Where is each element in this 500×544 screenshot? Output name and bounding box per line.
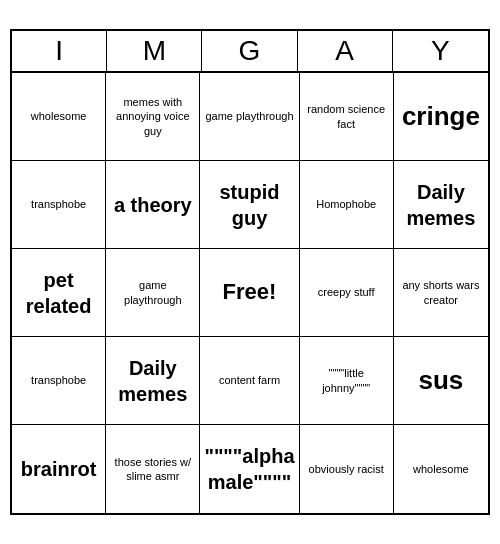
bingo-cell-20: brainrot — [12, 425, 106, 513]
bingo-card: IMGAY wholesomememes with annoying voice… — [10, 29, 490, 515]
bingo-cell-9: Daily memes — [394, 161, 488, 249]
bingo-cell-3: random science fact — [300, 73, 394, 161]
bingo-cell-2: game playthrough — [200, 73, 299, 161]
header-letter-m: M — [107, 31, 202, 71]
bingo-cell-7: stupid guy — [200, 161, 299, 249]
bingo-cell-21: those stories w/ slime asmr — [106, 425, 200, 513]
bingo-cell-5: transphobe — [12, 161, 106, 249]
bingo-cell-15: transphobe — [12, 337, 106, 425]
bingo-cell-0: wholesome — [12, 73, 106, 161]
bingo-cell-19: sus — [394, 337, 488, 425]
header-row: IMGAY — [12, 31, 488, 73]
header-letter-a: A — [298, 31, 393, 71]
bingo-cell-11: game playthrough — [106, 249, 200, 337]
bingo-cell-6: a theory — [106, 161, 200, 249]
bingo-cell-10: pet related — [12, 249, 106, 337]
bingo-grid: wholesomememes with annoying voice guyga… — [12, 73, 488, 513]
bingo-cell-16: Daily memes — [106, 337, 200, 425]
bingo-cell-8: Homophobe — [300, 161, 394, 249]
bingo-cell-1: memes with annoying voice guy — [106, 73, 200, 161]
bingo-cell-17: content farm — [200, 337, 299, 425]
bingo-cell-14: any shorts wars creator — [394, 249, 488, 337]
bingo-cell-22: """"alpha male"""" — [200, 425, 299, 513]
bingo-cell-23: obviously racist — [300, 425, 394, 513]
bingo-cell-4: cringe — [394, 73, 488, 161]
bingo-cell-18: """"little johnny"""" — [300, 337, 394, 425]
header-letter-y: Y — [393, 31, 488, 71]
header-letter-i: I — [12, 31, 107, 71]
bingo-cell-12: Free! — [200, 249, 299, 337]
bingo-cell-13: creepy stuff — [300, 249, 394, 337]
header-letter-g: G — [202, 31, 297, 71]
bingo-cell-24: wholesome — [394, 425, 488, 513]
